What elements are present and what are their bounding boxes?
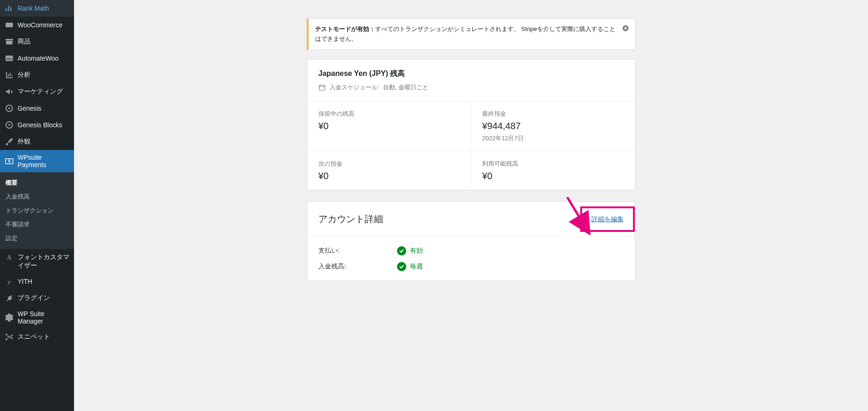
chart-icon [5,4,14,13]
sidebar-item-snippets[interactable]: スニペット [0,329,74,345]
sidebar-item-label: Rank Math [18,5,49,12]
last-deposit-value: ¥944,487 [482,121,624,131]
check-icon [397,246,406,255]
submenu-item-overview[interactable]: 概要 [0,176,74,190]
payments-icon: $ [5,156,14,166]
svg-text:$: $ [8,159,10,163]
megaphone-icon [5,87,14,96]
row-label: 支払い: [318,247,397,255]
next-deposit-value: ¥0 [318,171,459,181]
row-status: 毎週 [397,262,423,271]
test-mode-notice: テストモードが有効：すべてのトランザクションがシミュレートされます。 Strip… [307,19,635,50]
calendar-icon [318,84,326,91]
svg-text:A: A [7,254,12,261]
sidebar-item-label: Genesis [18,105,41,112]
svg-text:AW: AW [6,57,12,61]
status-text: 毎週 [410,262,423,271]
sidebar-item-label: WP Suite Manager [18,310,69,325]
next-deposit-cell: 次の預金 ¥0 [307,151,471,190]
aw-icon: AW [5,54,14,63]
status-text: 有効 [410,247,423,255]
sidebar-item-genesis-blocks[interactable]: Genesis Blocks [0,117,74,133]
notice-strong: テストモードが有効： [315,25,375,32]
schedule-value: 自動, 金曜日ごと [383,83,428,92]
sidebar-item-label: WooCommerce [18,21,62,29]
check-icon [397,262,406,271]
analytics-icon [5,70,14,80]
account-body: 支払い: 有効 入金残高: 毎週 [307,237,635,280]
available-balance-cell: 利用可能残高 ¥0 [471,151,635,190]
account-header: アカウント詳細 詳細を編集 [307,202,635,237]
available-label: 利用可能残高 [482,160,624,168]
sidebar-item-woocommerce[interactable]: WooCommerce [0,17,74,33]
schedule-label: 入金スケジュール: [329,83,379,92]
edit-highlight-box: 詳細を編集 [580,206,635,232]
svg-point-6 [8,124,10,126]
genesis-icon [5,104,14,113]
scissors-icon [5,332,14,342]
last-deposit-date: 2022年12月7日 [482,134,624,143]
svg-rect-12 [319,85,325,90]
admin-sidebar: Rank Math WooCommerce 商品 AW AutomateWoo … [0,0,74,411]
sidebar-item-marketing[interactable]: マーケティング [0,83,74,100]
close-icon [622,25,629,32]
woo-icon [5,20,14,30]
account-row-payments: 支払い: 有効 [318,246,624,255]
next-deposit-label: 次の預金 [318,160,459,168]
sidebar-item-products[interactable]: 商品 [0,33,74,50]
sidebar-item-label: Genesis Blocks [18,121,62,129]
deposit-schedule: 入金スケジュール: 自動, 金曜日ごと [318,83,624,92]
sidebar-item-wpsuite-manager[interactable]: WP Suite Manager [0,306,74,329]
pending-balance-cell: 保留中の残高 ¥0 [307,101,471,151]
pending-label: 保留中の残高 [318,110,459,118]
sidebar-item-label: スニペット [18,333,50,341]
row-status: 有効 [397,246,423,255]
pending-value: ¥0 [318,121,459,131]
balance-card: Japanese Yen (JPY) 残高 入金スケジュール: 自動, 金曜日ご… [307,59,635,190]
sidebar-item-label: YITH [18,278,32,285]
sidebar-submenu: 概要 入金残高 トランザクション 不審請求 設定 [0,172,74,249]
sidebar-item-label: プラグイン [18,294,50,302]
available-value: ¥0 [482,171,624,181]
genesis-icon [5,120,14,130]
notice-dismiss-button[interactable] [621,24,630,33]
sidebar-item-label: 外観 [18,137,31,146]
sidebar-item-plugins[interactable]: プラグイン [0,290,74,306]
account-row-deposits: 入金残高: 毎週 [318,262,624,271]
svg-text:y: y [7,278,11,285]
account-title: アカウント詳細 [318,213,383,225]
account-details-card: アカウント詳細 詳細を編集 支払い: 有効 入金残高: [307,201,635,281]
sidebar-item-appearance[interactable]: 外観 [0,133,74,150]
balance-title: Japanese Yen (JPY) 残高 [318,69,624,79]
sidebar-item-genesis[interactable]: Genesis [0,100,74,117]
font-icon: A [5,253,14,262]
last-deposit-cell: 最終預金 ¥944,487 2022年12月7日 [471,101,635,151]
brush-icon [5,137,14,146]
sidebar-item-automatewoo[interactable]: AW AutomateWoo [0,50,74,67]
main-content: テストモードが有効：すべてのトランザクションがシミュレートされます。 Strip… [74,0,868,411]
sidebar-item-rankmath[interactable]: Rank Math [0,0,74,17]
edit-details-link[interactable]: 詳細を編集 [591,215,624,223]
submenu-item-disputes[interactable]: 不審請求 [0,218,74,231]
sidebar-item-label: 分析 [18,71,31,79]
plugin-icon [5,293,14,303]
sidebar-item-label: 商品 [18,37,31,46]
sidebar-item-font-customizer[interactable]: A フォントカスタマイザー [0,249,74,273]
archive-icon [5,37,14,46]
svg-rect-0 [6,23,13,27]
svg-point-4 [8,107,10,109]
last-deposit-label: 最終預金 [482,110,624,118]
balance-grid: 保留中の残高 ¥0 最終預金 ¥944,487 2022年12月7日 次の預金 … [307,101,635,190]
gear-icon [5,313,14,322]
sidebar-item-label: AutomateWoo [18,55,58,62]
sidebar-item-analytics[interactable]: 分析 [0,67,74,83]
row-label: 入金残高: [318,262,397,271]
submenu-item-deposits[interactable]: 入金残高 [0,190,74,204]
submenu-item-settings[interactable]: 設定 [0,231,74,245]
sidebar-item-yith[interactable]: y YITH [0,273,74,290]
sidebar-item-wpsuite-payments[interactable]: $ WPsuite Payments [0,150,74,172]
sidebar-item-label: マーケティング [18,87,63,96]
yith-icon: y [5,277,14,286]
submenu-item-transactions[interactable]: トランザクション [0,204,74,218]
sidebar-item-label: フォントカスタマイザー [18,253,69,269]
